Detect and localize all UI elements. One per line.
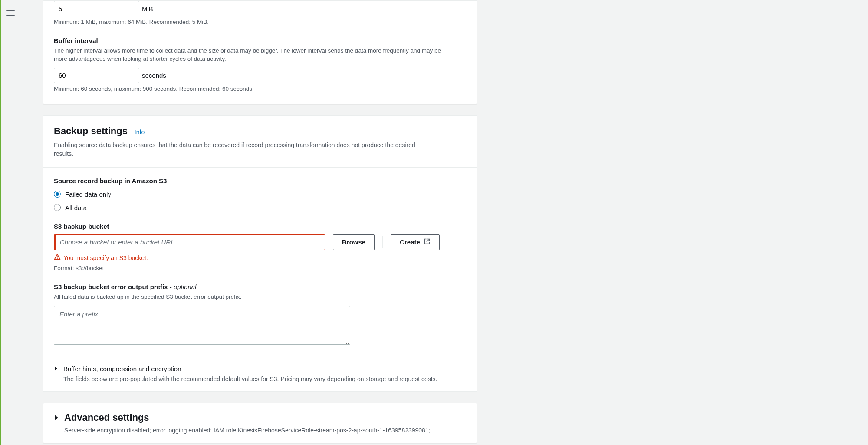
prefix-desc: All failed data is backed up in the spec… [54,293,466,301]
bucket-error: You must specify an S3 bucket. [63,254,148,263]
bucket-input[interactable] [54,234,325,250]
backup-settings-desc: Enabling source data backup ensures that… [54,141,436,158]
buffer-interval-help: Minimum: 60 seconds, maximum: 900 second… [54,85,466,93]
bucket-format-help: Format: s3://bucket [54,264,466,273]
buffer-size-input[interactable] [54,1,139,16]
bucket-label: S3 backup bucket [54,222,466,231]
buffer-size-unit: MiB [142,4,153,13]
info-link[interactable]: Info [135,129,145,135]
buffer-interval-desc: The higher interval allows more time to … [54,47,449,63]
buffer-interval-unit: seconds [142,71,166,80]
external-link-icon [424,238,431,246]
advanced-settings-title: Advanced settings [64,411,431,425]
create-label: Create [400,238,420,246]
source-backup-label: Source record backup in Amazon S3 [54,176,466,185]
caret-right-icon [54,415,59,421]
advanced-settings-expander[interactable]: Advanced settings Server-side encryption… [43,403,477,442]
radio-failed-data[interactable]: Failed data only [54,190,466,199]
menu-toggle-icon[interactable] [6,8,15,18]
radio-all-label: All data [65,203,87,212]
svg-rect-1 [57,258,57,258]
prefix-input[interactable] [54,306,350,345]
advanced-settings-desc: Server-side encryption disabled; error l… [64,426,431,435]
backup-settings-title: Backup settings [54,125,128,138]
prefix-label: S3 backup bucket error output prefix - o… [54,282,466,291]
buffer-hints-desc: The fields below are pre-populated with … [63,375,437,384]
radio-icon [54,204,61,211]
svg-rect-0 [57,256,57,257]
radio-all-data[interactable]: All data [54,203,466,212]
buffer-interval-label: Buffer interval [54,36,466,45]
buffer-hints-title: Buffer hints, compression and encryption [63,364,437,373]
caret-right-icon [54,366,58,371]
buffer-hints-expander[interactable]: Buffer hints, compression and encryption… [43,356,477,392]
radio-icon [54,191,61,198]
divider [382,236,383,248]
buffer-interval-input[interactable] [54,68,139,83]
create-button[interactable]: Create [391,234,440,250]
buffer-size-help: Minimum: 1 MiB, maximum: 64 MiB. Recomme… [54,18,466,26]
warning-icon [54,254,61,263]
radio-failed-label: Failed data only [65,190,111,199]
browse-label: Browse [342,238,365,246]
browse-button[interactable]: Browse [333,234,375,250]
